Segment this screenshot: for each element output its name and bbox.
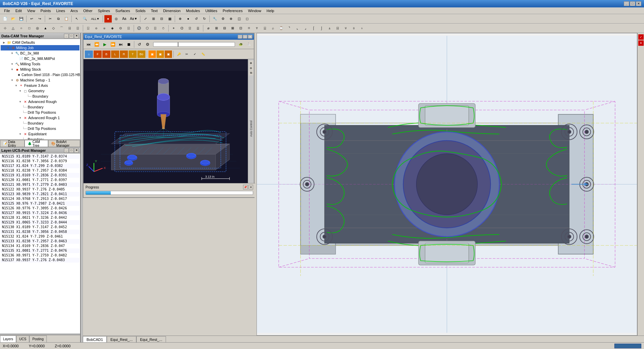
tb2-btn-12[interactable]: ⌾ <box>93 25 100 32</box>
sim-settings[interactable]: ⚙ <box>144 41 151 48</box>
menu-arcs[interactable]: Arcs <box>68 8 80 13</box>
tb-btn-19[interactable]: ⊕ <box>227 15 235 23</box>
tree-bnd-equi[interactable]: └─ Boundary <box>1 137 79 139</box>
tb-btn-11[interactable]: ⊟ <box>158 15 165 23</box>
tb2-btn-29[interactable]: ⊡ <box>237 25 244 32</box>
expander-adv-rough[interactable]: ▼ <box>18 100 22 104</box>
tb-btn-20[interactable]: ◫ <box>235 15 243 23</box>
cam-tree-minimize[interactable]: _ <box>64 34 69 38</box>
expander-machine[interactable]: ▼ <box>10 78 14 82</box>
cam-tree-close[interactable]: ✕ <box>74 34 79 38</box>
undo-btn[interactable]: ↩ <box>28 15 35 23</box>
view-front[interactable]: F <box>94 50 102 58</box>
tb2-btn-44[interactable]: ⍭ <box>358 25 366 32</box>
tb2-btn-1[interactable]: ⊹ <box>1 25 9 32</box>
menu-modules[interactable]: Modules <box>183 8 203 13</box>
tb2-btn-34[interactable]: ⌚ <box>277 25 285 32</box>
tb2-btn-19[interactable]: ⌹ <box>151 25 159 32</box>
tb-btn-12[interactable]: ▦ <box>166 15 173 23</box>
menu-view[interactable]: View <box>25 8 38 13</box>
tb2-btn-41[interactable]: ⌸ <box>334 25 341 32</box>
view-back[interactable]: B <box>102 50 110 58</box>
menu-surfaces[interactable]: Surfaces <box>113 8 133 13</box>
tree-bc3x-mill[interactable]: ▼ 🔧 BC_3x_Mill <box>1 50 79 56</box>
menu-window[interactable]: Window <box>245 8 264 13</box>
tree-feature-3ax[interactable]: ▼ ⌖ Feature 3 Axis <box>1 83 79 88</box>
zoom-all-btn[interactable]: ALL▼ <box>89 15 101 23</box>
sim-tools-btn[interactable]: 🔑 <box>175 50 182 58</box>
sim-first[interactable]: ⏮ <box>85 41 92 48</box>
view-bottom[interactable]: Bo <box>137 50 145 58</box>
tree-milling-tools[interactable]: ▼ 🔨 Milling Tools <box>1 61 79 67</box>
tb-btn-17[interactable]: 🔧 <box>211 15 218 23</box>
tab-equirest1[interactable]: Equi_Rest_... <box>107 336 136 342</box>
expander-mill-tools[interactable]: ▼ <box>10 62 14 66</box>
save-btn[interactable]: 💾 <box>18 15 25 23</box>
sim-side-btn-1[interactable]: ⊕ <box>249 61 253 65</box>
tb-btn-6[interactable]: ◎ <box>112 15 120 23</box>
tree-milling-stock[interactable]: ▼ ■ Milling Stock <box>1 67 79 72</box>
tree-milling-job[interactable]: ▼ ⚙ Milling Job <box>1 45 79 50</box>
view-top[interactable]: T <box>129 50 137 58</box>
tree-cam-defaults[interactable]: ▶ 📁 CAM Defaults <box>1 40 79 45</box>
close-btn[interactable]: ✕ <box>636 1 641 6</box>
copy-btn[interactable]: ⧉ <box>55 15 62 23</box>
cam-tree-content[interactable]: ▶ 📁 CAM Defaults ▼ ⚙ Milling Job ▼ 🔧 BC_… <box>0 39 80 139</box>
tree-geometry[interactable]: ▼ ◻ Geometry <box>1 88 79 94</box>
tb2-btn-4[interactable]: □ <box>26 25 33 32</box>
menu-dimension[interactable]: Dimension <box>160 8 183 13</box>
sim-step-fwd[interactable]: ⏩ <box>109 41 116 48</box>
tb2-btn-18[interactable]: ⬡ <box>143 25 151 32</box>
r-btn-2[interactable]: ✕ <box>638 40 644 46</box>
tb2-btn-39[interactable]: ⌡ <box>318 25 325 32</box>
sim-view-3[interactable]: ▣ <box>165 50 172 58</box>
tb2-btn-23[interactable]: ⍌ <box>186 25 194 32</box>
tree-drill-2[interactable]: └─ Drill Tip Positions <box>1 126 79 131</box>
menu-edit[interactable]: Edit <box>13 8 25 13</box>
paste-btn[interactable]: 📋 <box>63 15 70 23</box>
tree-carbon-steel[interactable]: ▶ ◾ Carbon Steel 1018 - Plain (100-125 H… <box>1 72 79 77</box>
tree-adv-rough-1[interactable]: ▼ ✕ Advanced Rough 1 <box>1 115 79 120</box>
tree-adv-rough[interactable]: ▼ ✕ Advanced Rough <box>1 99 79 104</box>
tb2-btn-21[interactable]: ⌖ <box>170 25 177 32</box>
menu-help[interactable]: Help <box>264 8 277 13</box>
redo-btn[interactable]: ↪ <box>36 15 43 23</box>
tb2-btn-2[interactable]: △ <box>9 25 17 32</box>
tb-btn-13[interactable]: ⊕ <box>176 15 184 23</box>
menu-points[interactable]: Points <box>38 8 54 13</box>
open-btn[interactable]: 📂 <box>9 15 17 23</box>
tb2-btn-3[interactable]: ○ <box>18 25 25 32</box>
tb2-btn-40[interactable]: ⍎ <box>326 25 333 32</box>
sim-side-btn-3[interactable]: ⧉ <box>249 71 253 75</box>
sim-minimize[interactable]: _ <box>238 35 242 39</box>
menu-preferences[interactable]: Preferences <box>220 8 245 13</box>
view-left[interactable]: L <box>111 50 119 58</box>
expander-milling-job[interactable]: ▼ <box>6 46 10 50</box>
tb2-btn-30[interactable]: ⌑ <box>245 25 252 32</box>
tb2-btn-32[interactable]: ⍓ <box>261 25 269 32</box>
menu-file[interactable]: File <box>1 8 13 13</box>
tree-boundary-ar[interactable]: └─ Boundary <box>1 104 79 110</box>
cam-tree-maximize[interactable]: □ <box>69 34 74 38</box>
tb2-btn-15[interactable]: ⊙ <box>117 25 124 32</box>
tb2-btn-9[interactable]: ⌸ <box>66 25 73 32</box>
tb2-btn-24[interactable]: ⍍ <box>194 25 202 32</box>
expander-bc3x[interactable]: ▼ <box>10 51 14 55</box>
sim-stop[interactable]: ⏹ <box>125 41 133 48</box>
view-home[interactable]: ⌂ <box>85 50 93 58</box>
tb2-btn-43[interactable]: ⍬ <box>350 25 358 32</box>
cut-btn[interactable]: ✂ <box>46 15 54 23</box>
sim-slow[interactable]: 🐢 <box>237 41 244 48</box>
new-btn[interactable]: 📄 <box>1 15 9 23</box>
expander-feat3ax[interactable]: ▼ <box>14 83 18 88</box>
progress-pin[interactable]: 📌 <box>243 185 248 189</box>
view-right[interactable]: R <box>120 50 128 58</box>
sim-fast[interactable]: 🐇 <box>245 41 252 48</box>
sim-cut-btn[interactable]: ✂ <box>183 50 191 58</box>
tb-btn-16[interactable]: ↻ <box>201 15 208 23</box>
expander-geo[interactable]: ▼ <box>18 89 22 93</box>
tb2-btn-36[interactable]: ⌞ <box>294 25 301 32</box>
tab-bobcad1[interactable]: BobCAD1 <box>83 336 107 342</box>
tb2-btn-13[interactable]: ⍟ <box>101 25 108 32</box>
layer-ucs-content[interactable]: N15115 X1.0189 Y-7.3147 Z-0.0374 N15116 … <box>0 153 80 334</box>
